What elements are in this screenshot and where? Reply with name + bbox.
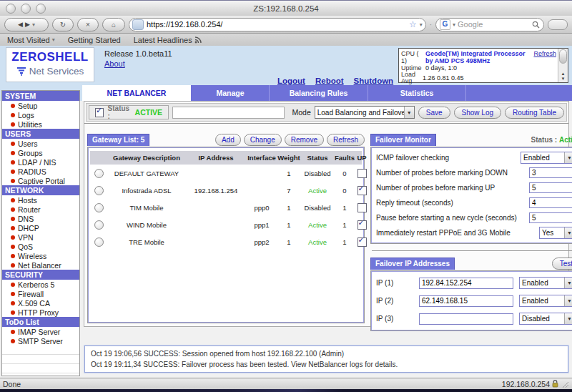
ip-3-state-select[interactable]: Disabled▼ [519, 313, 572, 325]
sidebar-item-vpn[interactable]: VPN [2, 232, 79, 242]
save-button[interactable]: Save [418, 107, 450, 119]
ip-2-state-select[interactable]: Enabled▼ [519, 295, 572, 307]
sidebar-item-kerberos-5[interactable]: Kerberos 5 [2, 280, 79, 289]
number-of-probes-before-marking-down-input[interactable] [529, 167, 572, 178]
reload-button[interactable]: ↻ [52, 18, 74, 31]
close-window-icon[interactable] [6, 4, 16, 14]
ip-1-state-select[interactable]: Enabled▼ [519, 277, 572, 289]
gateway-radio[interactable] [94, 169, 104, 178]
failover-monitor-panel: Failover Monitor Status : Active ICMP fa… [370, 133, 572, 244]
test-button[interactable]: Test [552, 258, 572, 270]
reboot-link[interactable]: Reboot [315, 77, 344, 85]
toolbar-toggle-button[interactable] [548, 19, 568, 30]
about-link[interactable]: About [104, 59, 125, 68]
sidebar-item-radius[interactable]: RADIUS [2, 167, 79, 176]
sidebar-item-router[interactable]: Router [2, 205, 79, 214]
sidebar-item-captive-portal[interactable]: Captive Portal [2, 176, 79, 185]
gateway-radio[interactable] [94, 203, 104, 212]
search-placeholder[interactable]: Google [458, 20, 530, 29]
gateway-up-checkbox[interactable] [358, 169, 367, 178]
home-button[interactable]: ⌂ [102, 18, 125, 31]
sidebar-item-http-proxy[interactable]: HTTP Proxy [2, 308, 79, 317]
sidebar-item-ldap-nis[interactable]: LDAP / NIS [2, 157, 79, 167]
shutdown-link[interactable]: Shutdown [354, 77, 394, 85]
zoom-window-icon[interactable] [36, 4, 46, 14]
change-gateway-button[interactable]: Change [244, 134, 282, 146]
url-dropdown-icon[interactable]: ▾ [420, 21, 423, 28]
sidebar-item-users[interactable]: Users [2, 139, 79, 148]
reply-timeout-seconds-input[interactable] [529, 197, 572, 208]
sidebar-item-hosts[interactable]: Hosts [2, 195, 79, 205]
search-engine-dropdown-icon[interactable]: ▾ [453, 21, 455, 28]
column-header-status: Status [300, 154, 335, 162]
history-dropdown-icon[interactable]: ▾ [32, 21, 35, 28]
pause-before-starting-a-new-cycle-seconds-input[interactable] [529, 212, 572, 223]
bullet-icon [11, 310, 15, 315]
sidebar-item-firewall[interactable]: Firewall [2, 289, 79, 298]
magnifier-icon [532, 21, 540, 29]
gateway-up-checkbox[interactable]: ✓ [358, 186, 367, 195]
show-log-button[interactable]: Show Log [454, 107, 501, 119]
gateway-up-checkbox[interactable] [358, 203, 367, 212]
tab-net-balancer[interactable]: NET BALANCER [82, 85, 192, 101]
stop-button[interactable]: × [77, 18, 99, 31]
sidebar-item-label: Utilities [18, 120, 42, 129]
gateway-up-checkbox[interactable]: ✓ [358, 220, 367, 230]
sidebar-item-utilities[interactable]: Utilities [2, 119, 79, 129]
gateway-radio[interactable] [94, 220, 104, 230]
logout-link[interactable]: Logout [277, 77, 305, 85]
back-forward-buttons[interactable]: ◀ ▶ ▾ [4, 18, 49, 31]
refresh-gateway-button[interactable]: Refresh [327, 134, 365, 146]
sidebar-item-groups[interactable]: Groups [2, 148, 79, 157]
forward-icon[interactable]: ▶ [25, 21, 30, 28]
minimize-window-icon[interactable] [21, 4, 31, 14]
tab-manage[interactable]: Manage [192, 85, 270, 101]
bookmark-most-visited[interactable]: Most Visited ▾ [7, 36, 55, 44]
sidebar-item-imap-server[interactable]: IMAP Server [2, 327, 79, 336]
search-input[interactable]: G ▾ Google [435, 18, 544, 31]
gateway-up-checkbox[interactable]: ✓ [358, 237, 367, 247]
sidebar-item-dhcp[interactable]: DHCP [2, 223, 79, 232]
mode-select[interactable]: Load Balancing and Failover ▼ [315, 106, 415, 119]
tab-balancing-rules[interactable]: Balancing Rules [270, 85, 368, 101]
url-text[interactable]: https://192.168.0.254/ [147, 20, 406, 29]
sidebar-item-wireless[interactable]: Wireless [2, 251, 79, 260]
cpu-refresh-link[interactable]: Refresh [533, 50, 556, 57]
failover-ip-label: IP (1) [376, 279, 413, 287]
remove-gateway-button[interactable]: Remove [285, 134, 324, 146]
chevron-down-icon: ▼ [404, 107, 414, 118]
bookmark-latest-headlines[interactable]: Latest Headlines [134, 36, 202, 44]
status-checkbox[interactable]: ✓ [95, 108, 104, 117]
sidebar-item-x-509-ca[interactable]: X.509 CA [2, 298, 79, 308]
sidebar-item-label: Net Balancer [18, 261, 61, 270]
bullet-icon [11, 301, 15, 305]
url-input[interactable]: https://192.168.0.254/ ☆ ▾ [129, 18, 426, 31]
scrollbar-thumb[interactable] [559, 49, 567, 64]
sidebar-item-smtp-server[interactable]: SMTP Server [2, 336, 79, 346]
ip-1-input[interactable] [419, 278, 513, 289]
sidebar-item-logs[interactable]: Logs [2, 110, 79, 119]
back-icon[interactable]: ◀ [18, 21, 23, 28]
immediately-restart-pppoe-and-3g-mobile-select[interactable]: Yes▼ [539, 227, 572, 239]
cpu-scrollbar[interactable]: ▲▼ [558, 49, 568, 82]
sidebar-item-label: Users [18, 139, 37, 148]
bookmark-star-icon[interactable]: ☆ [409, 20, 417, 29]
gateway-status: Disabled [300, 204, 335, 212]
add-gateway-button[interactable]: Add [215, 134, 241, 146]
bookmark-getting-started[interactable]: Getting Started [68, 36, 121, 44]
log-box: Oct 19 19:06,56 SUCCESS: Session opened … [84, 346, 568, 373]
ip-3-input[interactable] [419, 313, 513, 325]
scrollbar-arrows[interactable]: ▲▼ [558, 72, 568, 82]
tab-statistics[interactable]: Statistics [368, 85, 466, 101]
routing-table-button[interactable]: Routing Table [505, 107, 564, 119]
icmp-failover-checking-select[interactable]: Enabled▼ [521, 152, 572, 164]
sidebar-item-setup[interactable]: Setup [2, 101, 79, 110]
sidebar-item-qos[interactable]: QoS [2, 242, 79, 251]
sidebar-item-dns[interactable]: DNS [2, 214, 79, 223]
number-of-probes-before-marking-up-input[interactable] [529, 182, 572, 193]
gateway-radio[interactable] [94, 186, 104, 195]
ip-2-input[interactable] [419, 295, 513, 307]
gateway-radio[interactable] [94, 237, 104, 247]
sidebar-item-net-balancer[interactable]: Net Balancer [2, 260, 79, 270]
resize-grip[interactable] [561, 380, 569, 388]
